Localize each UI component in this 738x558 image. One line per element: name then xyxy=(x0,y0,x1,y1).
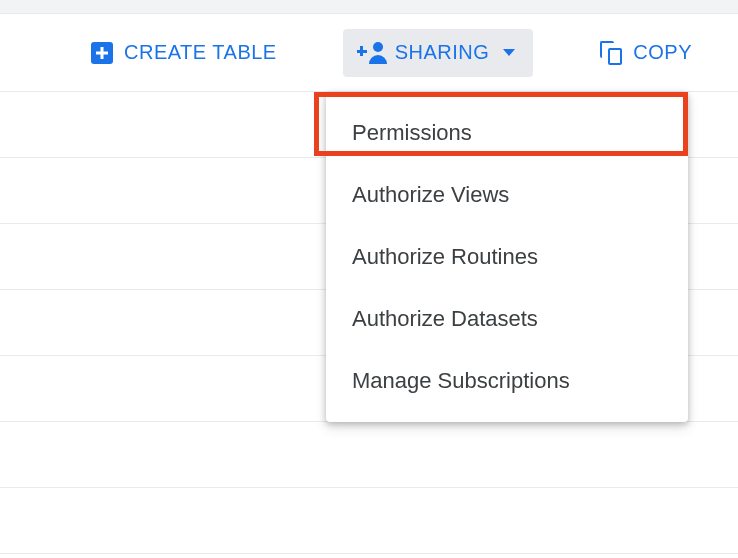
top-strip xyxy=(0,0,738,14)
table-row xyxy=(0,422,738,488)
person-add-icon xyxy=(361,41,385,65)
sharing-dropdown: Permissions Authorize Views Authorize Ro… xyxy=(326,92,688,422)
sharing-button[interactable]: Sharing xyxy=(343,29,534,77)
menu-item-authorize-datasets[interactable]: Authorize Datasets xyxy=(326,288,688,350)
toolbar: Create Table Sharing Copy xyxy=(0,14,738,92)
plus-square-icon xyxy=(90,41,114,65)
create-table-button[interactable]: Create Table xyxy=(72,29,295,77)
menu-item-authorize-routines[interactable]: Authorize Routines xyxy=(326,226,688,288)
copy-button[interactable]: Copy xyxy=(581,29,710,77)
create-table-label: Create Table xyxy=(124,41,277,64)
chevron-down-icon xyxy=(503,49,515,56)
menu-item-manage-subscriptions[interactable]: Manage Subscriptions xyxy=(326,350,688,412)
menu-item-permissions[interactable]: Permissions xyxy=(326,102,688,164)
copy-label: Copy xyxy=(633,41,692,64)
menu-item-authorize-views[interactable]: Authorize Views xyxy=(326,164,688,226)
table-row xyxy=(0,488,738,554)
sharing-label: Sharing xyxy=(395,41,490,64)
copy-icon xyxy=(599,41,623,65)
